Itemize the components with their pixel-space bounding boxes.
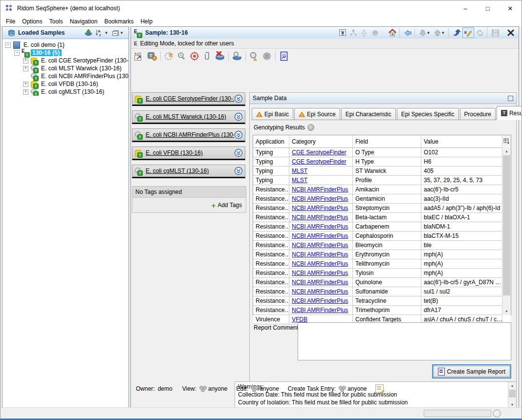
section-label[interactable]: E. coli NCBI AMRFinderPlus (130-16) <box>146 131 234 138</box>
tab-results[interactable]: TResults <box>497 106 522 120</box>
reanalyze-icon[interactable] <box>163 50 175 62</box>
table-cell[interactable]: MLST <box>289 176 353 185</box>
category-link[interactable]: NCBI AMRFinderPlus <box>292 205 348 211</box>
nav-up-caret[interactable]: ▼ <box>441 31 445 35</box>
task-template-settings-icon[interactable]: T <box>146 50 158 62</box>
table-cell[interactable]: NCBI AMRFinderPlus <box>289 269 353 277</box>
home-icon[interactable] <box>388 28 397 37</box>
table-row[interactable]: Resistance…NCBI AMRFinderPlusCephalospor… <box>253 231 511 241</box>
sort-dropdown-caret[interactable]: ▼ <box>105 31 109 35</box>
table-row[interactable]: Resistance…NCBI AMRFinderPlusAmikacinaac… <box>253 185 511 194</box>
category-link[interactable]: NCBI AMRFinderPlus <box>292 195 348 202</box>
menu-item-tools[interactable]: Tools <box>46 17 66 26</box>
section-label[interactable]: E. coli cgMLST (130-16) <box>146 168 234 174</box>
category-link[interactable]: NCBI AMRFinderPlus <box>292 232 348 239</box>
table-row[interactable]: Resistance…NCBI AMRFinderPlusBeta-lactam… <box>253 213 511 222</box>
section-label[interactable]: E. coli VFDB (130-16) <box>146 149 234 156</box>
category-link[interactable]: NCBI AMRFinderPlus <box>292 260 348 267</box>
table-cell[interactable]: NCBI AMRFinderPlus <box>289 241 353 250</box>
result-section-header[interactable]: TE. coli MLST Warwick (130-16) <box>132 110 245 124</box>
column-header-application[interactable]: Application <box>253 135 289 147</box>
table-row[interactable]: Resistance…NCBI AMRFinderPlusCarbapenemb… <box>253 222 511 231</box>
nav-down-icon[interactable]: ▼ <box>418 28 432 37</box>
table-cell[interactable]: NCBI AMRFinderPlus <box>289 306 353 315</box>
pin-search-icon[interactable] <box>176 50 188 62</box>
category-link[interactable]: NCBI AMRFinderPlus <box>292 297 348 304</box>
table-row[interactable]: TypingCGE SerotypeFinderO TypeO102 <box>253 148 511 157</box>
back-icon[interactable] <box>403 28 413 37</box>
table-cell[interactable]: NCBI AMRFinderPlus <box>289 278 353 287</box>
close-sample-icon[interactable] <box>506 28 516 37</box>
table-cell[interactable]: NCBI AMRFinderPlus <box>289 222 353 231</box>
category-link[interactable]: NCBI AMRFinderPlus <box>292 214 348 221</box>
table-scrollbar[interactable]: ▲ ▼ <box>502 147 511 315</box>
scroll-thumb[interactable] <box>503 155 510 295</box>
tree-item[interactable]: −ET130-16 {5} <box>2 49 129 57</box>
section-label[interactable]: E. coli MLST Warwick (130-16) <box>146 113 234 120</box>
result-section-header[interactable]: TE. coli NCBI AMRFinderPlus (130-16) <box>132 128 245 142</box>
column-header-field[interactable]: Field <box>353 135 421 147</box>
table-cell[interactable]: NCBI AMRFinderPlus <box>289 204 353 212</box>
close-button[interactable]: ✕ <box>499 0 522 16</box>
table-cell[interactable]: NCBI AMRFinderPlus <box>289 259 353 268</box>
category-link[interactable]: CGE SerotypeFinder <box>292 158 346 165</box>
chevron-down-icon[interactable] <box>234 112 243 121</box>
target-icon[interactable] <box>189 50 200 62</box>
column-header-value[interactable]: Value <box>421 135 502 147</box>
result-section-header[interactable]: TE. coli cgMLST (130-16) <box>132 165 245 178</box>
delete-from-db-icon[interactable] <box>214 50 226 62</box>
table-cell[interactable]: NCBI AMRFinderPlus <box>289 213 353 222</box>
sort-az-icon[interactable]: az ▼ <box>94 28 109 37</box>
table-cell[interactable]: CGE SerotypeFinder <box>289 157 353 166</box>
menu-item-bookmarks[interactable]: Bookmarks <box>101 17 137 26</box>
import-samples-icon[interactable] <box>84 28 93 37</box>
tree-item[interactable]: +TE. coli CGE SerotypeFinder (130-16) <box>2 57 129 64</box>
table-cell[interactable]: NCBI AMRFinderPlus <box>289 231 353 240</box>
menu-item-options[interactable]: Options <box>19 17 45 26</box>
warn-scroll-thumb[interactable] <box>509 390 516 398</box>
category-link[interactable]: NCBI AMRFinderPlus <box>292 251 348 258</box>
table-cell[interactable]: NCBI AMRFinderPlus <box>289 194 353 203</box>
table-cell[interactable]: MLST <box>289 167 353 175</box>
submit-icon[interactable] <box>248 50 260 62</box>
category-link[interactable]: NCBI AMRFinderPlus <box>292 307 348 314</box>
table-row[interactable]: Resistance…NCBI AMRFinderPlusErythromyci… <box>253 250 511 259</box>
collapse-icon[interactable]: − <box>14 50 20 56</box>
category-link[interactable]: MLST <box>292 168 307 174</box>
table-row[interactable]: TypingCGE SerotypeFinderH TypeH6 <box>253 157 511 167</box>
chevron-down-icon[interactable] <box>234 130 243 139</box>
tab-epi-source[interactable]: !Epi Source <box>294 108 340 120</box>
table-row[interactable]: Resistance…NCBI AMRFinderPlusTelithromyc… <box>253 259 511 269</box>
category-link[interactable]: NCBI AMRFinderPlus <box>292 288 348 295</box>
category-link[interactable]: MLST <box>292 177 307 184</box>
result-section-header[interactable]: TE. coli VFDB (130-16) <box>132 147 245 160</box>
globe-icon[interactable] <box>307 124 314 131</box>
edit-permissions-icon[interactable] <box>375 384 384 393</box>
table-settings-icon[interactable] <box>502 135 511 147</box>
table-cell[interactable]: NCBI AMRFinderPlus <box>289 250 353 259</box>
warnings-scrollbar[interactable]: ▲ ▼ <box>508 382 516 408</box>
attachment-icon[interactable] <box>201 50 213 62</box>
table-cell[interactable]: NCBI AMRFinderPlus <box>289 185 353 194</box>
minimize-button[interactable]: – <box>454 0 477 16</box>
section-label[interactable]: E. coli CGE SerotypeFinder (130-16) <box>146 95 234 102</box>
category-link[interactable]: NCBI AMRFinderPlus <box>292 270 348 276</box>
menu-item-file[interactable]: File <box>2 17 19 26</box>
expand-icon[interactable]: + <box>23 58 28 63</box>
tab-procedure[interactable]: Procedure <box>460 108 496 120</box>
category-link[interactable]: NCBI AMRFinderPlus <box>292 223 348 230</box>
chevron-down-icon[interactable] <box>234 148 243 157</box>
table-cell[interactable]: CGE SerotypeFinder <box>289 148 353 157</box>
category-link[interactable]: NCBI AMRFinderPlus <box>292 242 348 249</box>
tree-item[interactable]: +TE. coli cgMLST (130-16) <box>2 88 129 96</box>
tab-epi-species-specific[interactable]: Epi Species Specific <box>397 108 459 120</box>
finish-editing-icon[interactable] <box>452 28 461 37</box>
add-tags-button[interactable]: + Add Tags <box>211 201 242 210</box>
tab-epi-characteristic[interactable]: Epi Characteristic <box>341 108 396 120</box>
tree-item[interactable]: TE. coli NCBI AMRFinderPlus (130-16) <box>2 72 129 80</box>
collapse-all-icon[interactable]: ▼ <box>110 28 126 37</box>
table-row[interactable]: Resistance…NCBI AMRFinderPlusBleomycinbl… <box>253 241 511 250</box>
chevron-down-icon[interactable] <box>234 167 243 175</box>
result-section-header[interactable]: TE. coli CGE SerotypeFinder (130-16) <box>132 92 245 106</box>
table-row[interactable]: Resistance…NCBI AMRFinderPlusTetracyclin… <box>253 296 511 306</box>
